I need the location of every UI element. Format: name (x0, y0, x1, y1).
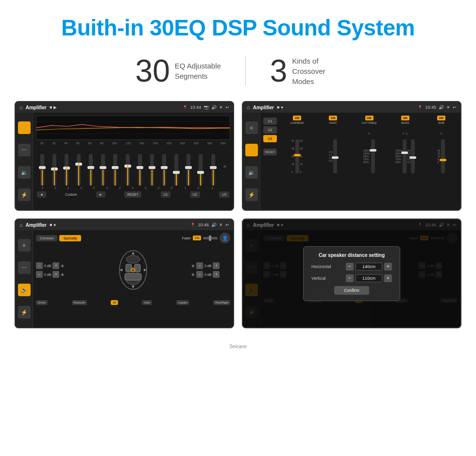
eq-sidebar-btn-1[interactable]: ≡ (18, 121, 31, 134)
time-eq: 10:44 (190, 105, 201, 110)
preset-u1[interactable]: U1 (263, 118, 277, 125)
eq-u1-btn[interactable]: U1 (161, 191, 171, 198)
crossover-reset-btn[interactable]: RESET (263, 149, 277, 155)
sub-slider[interactable] (441, 139, 445, 173)
bass-slider-f[interactable] (403, 139, 407, 173)
loudness-label: LOUDNESS (290, 121, 304, 124)
svg-marker-13 (132, 252, 135, 254)
user-select-btn[interactable]: User (142, 300, 152, 305)
phat-on[interactable]: ON (329, 116, 337, 120)
eq-bottom-bar: ◄ Custom ► RESET U1 U2 U3 (36, 191, 230, 198)
loudness-scale-r: 644832160 (300, 139, 303, 173)
wave-icon-2: 〰 (249, 147, 254, 153)
sub-on[interactable]: ON (437, 116, 445, 120)
copilot-plus-btn[interactable]: + (213, 262, 220, 269)
bass-label: BASS (401, 121, 409, 124)
eq-reset-btn[interactable]: RESET (124, 191, 141, 198)
confirm-button[interactable]: Confirm (334, 286, 369, 295)
time-specialty: 10:46 (198, 222, 209, 227)
stat-crossover: 3 Kinds ofCrossover Modes (246, 55, 365, 86)
spec-sidebar-btn-3[interactable]: 🔉 (18, 284, 31, 296)
ch-loudness: ON LOUDNESS (280, 116, 314, 126)
speaker-icon: 🔉 (21, 169, 28, 176)
rearleft-control: − 0 dB + ◈ (36, 271, 75, 278)
copilot-select-btn[interactable]: Copilot (176, 300, 189, 305)
specialty-tab[interactable]: Specialty (59, 235, 81, 241)
spec-sidebar-btn-2[interactable]: 〰 (18, 261, 31, 274)
cutfreq-on[interactable]: ON (365, 116, 374, 120)
phat-slider[interactable] (333, 139, 337, 173)
svg-point-5 (126, 255, 140, 263)
rearleft-select-btn[interactable]: RearLeft (72, 300, 87, 305)
home-icon-3[interactable]: ⌂ (19, 222, 23, 228)
cutfreq-slider[interactable] (371, 139, 375, 173)
cross-sidebar-btn-3[interactable]: 🔉 (245, 166, 258, 179)
eq-values-row: 000 500 000 00-1 0-1 (36, 186, 230, 189)
eq-sidebar-btn-3[interactable]: 🔉 (18, 166, 31, 179)
cross-sidebar-btn-2[interactable]: 〰 (245, 144, 258, 156)
eq-u3-btn[interactable]: U3 (219, 191, 229, 198)
loudness-on[interactable]: ON (293, 116, 301, 120)
horizontal-minus-btn[interactable]: − (346, 263, 354, 270)
eq-sidebar-btn-4[interactable]: ⚡ (18, 188, 31, 201)
rearright-select-btn[interactable]: RearRight (213, 300, 230, 305)
volume-icon-2: 🔊 (439, 105, 444, 110)
right-speaker-controls: ◈ − 0 dB + ◈ − 0 dB + (191, 262, 230, 278)
svg-marker-14 (132, 286, 135, 288)
eq-u2-btn[interactable]: U2 (190, 191, 200, 198)
horizontal-value: 140cm (356, 263, 382, 270)
bass-on[interactable]: ON (401, 116, 409, 120)
vertical-minus-btn[interactable]: − (346, 274, 354, 282)
x-icon-2: ✕ (446, 105, 450, 110)
eq-prev-btn[interactable]: ◄ (37, 191, 46, 198)
cutfreq-scale: 120Hz100Hz80Hz70Hz60Hz (363, 149, 370, 164)
app-title-specialty: Amplifier (26, 222, 47, 228)
spec-sidebar-btn-4[interactable]: ⚡ (18, 306, 31, 319)
speaker-bottom-btns: Driver RearLeft All User Copilot RearRig… (36, 300, 230, 305)
home-icon-2[interactable]: ⌂ (247, 104, 250, 110)
copilot-minus-btn[interactable]: − (196, 262, 203, 269)
horizontal-plus-btn[interactable]: + (384, 263, 392, 270)
eq-slider-0 (40, 154, 44, 186)
bass-slider-g[interactable] (411, 139, 415, 173)
cutfreq-slider-area: 120Hz100Hz80Hz70Hz60Hz (352, 137, 386, 207)
stat-crossover-label: Kinds ofCrossover Modes (292, 56, 340, 86)
driver-minus-btn[interactable]: − (36, 262, 43, 269)
screenshots-grid: ⌂ Amplifier ■ ▶ 📍 10:44 📷 🔊 ✕ ↩ ≡ 〰 (0, 101, 476, 343)
eq-icon: ≡ (22, 125, 25, 131)
spec-sidebar-btn-1[interactable]: ≡ (18, 239, 31, 252)
loudness-slider[interactable] (295, 139, 299, 173)
driver-speaker-icon: ◈ (61, 263, 64, 268)
loudness-slider-area: 644832160 644832160 (280, 137, 314, 207)
fader-slider[interactable] (203, 237, 218, 239)
status-bar-specialty: ⌂ Amplifier ■ ● 📍 10:46 🔊 ✕ ↩ (16, 220, 233, 230)
eq-slider-11 (174, 154, 178, 186)
screen-dialog: ⌂ Amplifier ■ ● 📍 10:46 🔊 ✕ ↩ ≡ 〰 🔉 ⚡ (242, 219, 461, 328)
vertical-value-box: − 110cm + (346, 274, 392, 282)
svg-rect-7 (126, 264, 132, 272)
eq-sidebar-btn-2[interactable]: 〰 (18, 144, 31, 156)
sub-label: SUB (438, 121, 444, 124)
all-select-btn[interactable]: All (111, 300, 118, 305)
rearright-minus-btn[interactable]: − (196, 271, 203, 278)
common-tab[interactable]: Common (36, 235, 57, 241)
home-icon[interactable]: ⌂ (19, 104, 23, 110)
stat-eq: 30 EQ AdjustableSegments (111, 55, 245, 86)
driver-plus-btn[interactable]: + (52, 262, 59, 269)
user-icon[interactable]: 👤 (220, 233, 230, 243)
eq-slider-4 (89, 154, 93, 186)
preset-u3[interactable]: U3 (263, 135, 277, 142)
cross-sidebar-btn-1[interactable]: ≡ (245, 121, 258, 134)
preset-u2[interactable]: U2 (263, 126, 277, 134)
specialty-main: Common Specialty Fader ON 👤 (33, 230, 233, 327)
rearleft-plus-btn[interactable]: + (52, 271, 59, 278)
eq-next-btn[interactable]: ► (96, 191, 105, 198)
vertical-plus-btn[interactable]: + (384, 274, 392, 282)
rearright-plus-btn[interactable]: + (213, 271, 220, 278)
rearleft-minus-btn[interactable]: − (36, 271, 43, 278)
more-icon[interactable]: » (223, 164, 226, 169)
app-title-eq: Amplifier (26, 105, 47, 110)
cross-sidebar-btn-4[interactable]: ⚡ (245, 188, 258, 201)
eq-sliders: » (36, 147, 230, 186)
driver-select-btn[interactable]: Driver (36, 300, 48, 305)
